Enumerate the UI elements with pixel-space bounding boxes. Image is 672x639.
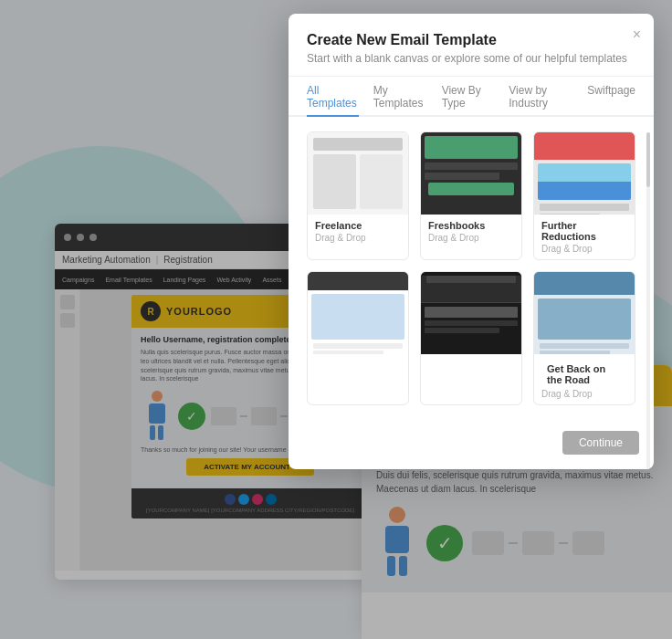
template4-text [313,351,383,354]
template-preview-4 [308,272,408,354]
tab-my-templates[interactable]: My Templates [373,77,427,117]
template-name-freelance: Freelance [315,220,401,231]
template-preview-freshbooks [421,132,521,215]
scroll-thumb [646,132,650,187]
template-preview-6 [534,272,635,354]
template-card-6[interactable]: Get Back on the Road Drag & Drop [533,271,635,405]
further-boat [538,163,631,200]
template4-img [311,294,404,340]
template4-text [313,343,403,349]
scroll-track [646,132,650,469]
template-type-freelance: Drag & Drop [315,233,401,243]
modal-header: Create New Email Template Start with a b… [289,14,654,77]
template6-img [538,299,631,340]
modal-close-button[interactable]: × [633,26,641,43]
template-card-freelance[interactable]: Freelance Drag & Drop [307,131,409,260]
further-text [540,214,600,215]
freshbooks-header [425,136,518,159]
template-card-further[interactable]: Further Reductions Drag & Drop [533,131,635,260]
template-name-6: Get Back on the Road [541,360,627,387]
freshbooks-row [425,162,518,170]
template-name-freshbooks: Freshbooks [428,220,514,231]
template-card-4[interactable] [307,271,409,405]
template-name-further: Further Reductions [541,220,627,242]
freshbooks-content [425,162,518,195]
template-info-freelance: Freelance Drag & Drop [308,215,408,248]
template5-text [425,320,518,326]
modal-title: Create New Email Template [307,32,635,48]
template-type-further: Drag & Drop [541,244,627,254]
template-type-6: Drag & Drop [541,389,627,399]
freshbooks-row [425,173,499,180]
modal-scrollbar[interactable] [646,132,650,469]
template-info-further: Further Reductions Drag & Drop [534,215,635,259]
tab-view-by-type[interactable]: View By Type [442,77,495,117]
template-preview-further [534,132,635,215]
template-card-5[interactable] [420,271,522,405]
template6-header [534,272,635,295]
template-info-4 [308,354,408,367]
template-info-freshbooks: Freshbooks Drag & Drop [421,215,521,248]
template5-title [425,307,518,318]
template5-content [421,303,521,339]
template-info-5 [421,354,521,367]
template-grid: Freelance Drag & Drop Freshbooks Drag & [289,117,654,420]
template-preview-5 [421,272,521,354]
modal-overlay: Create New Email Template Start with a b… [0,0,672,639]
create-template-modal: Create New Email Template Start with a b… [289,14,654,469]
template5-header [421,276,521,303]
template-card-freshbooks[interactable]: Freshbooks Drag & Drop [420,131,522,260]
template-info-6: Get Back on the Road Drag & Drop [534,354,635,404]
template5-text [425,328,499,333]
tab-swiftpage[interactable]: Swiftpage [587,77,635,117]
further-text [540,204,629,211]
template6-text [540,351,610,354]
continue-button[interactable]: Continue [562,431,639,455]
tab-all-templates[interactable]: All Templates [307,77,359,117]
modal-tabs: All Templates My Templates View By Type … [289,77,654,117]
modal-subtitle: Start with a blank canvas or explore som… [307,52,635,65]
tab-view-by-industry[interactable]: View by Industry [509,77,572,117]
further-header [534,132,635,160]
template4-header [308,272,408,290]
freshbooks-btn [428,183,514,195]
template-preview-freelance [308,132,408,215]
template6-text [540,343,629,349]
modal-footer: Continue [289,420,654,469]
template-type-freshbooks: Drag & Drop [428,233,514,243]
